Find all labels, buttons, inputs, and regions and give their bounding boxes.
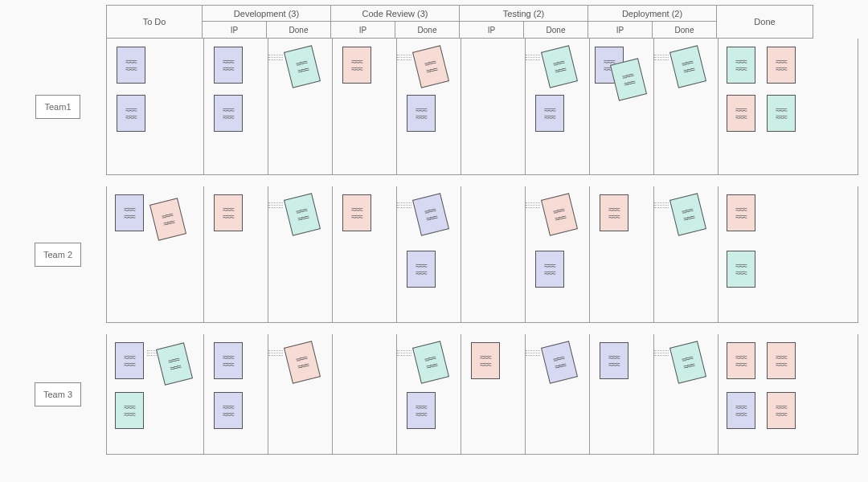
kanban-card[interactable]: ≈≈≈ ≈≈≈ <box>412 193 449 235</box>
kanban-card[interactable]: ≈≈≈ ≈≈≈ <box>342 194 371 231</box>
cell-team3-dev-ip: ≈≈≈ ≈≈≈≈≈≈ ≈≈≈ <box>203 334 268 454</box>
kanban-card[interactable]: ≈≈≈ ≈≈≈ <box>214 194 243 231</box>
card-text-icon: ≈≈≈ ≈≈≈ <box>223 206 233 220</box>
card-text-icon: ≈≈≈ ≈≈≈ <box>223 58 233 72</box>
cell-team1-cr-ip: ≈≈≈ ≈≈≈ <box>332 39 396 174</box>
cell-team1-test-done: ≈≈≈ ≈≈≈≈≈≈ ≈≈≈ <box>525 39 589 174</box>
kanban-card[interactable]: ≈≈≈ ≈≈≈ <box>727 392 755 429</box>
cell-team3-todo: ≈≈≈ ≈≈≈≈≈≈ ≈≈≈≈≈≈ ≈≈≈ <box>107 334 203 454</box>
kanban-card[interactable]: ≈≈≈ ≈≈≈ <box>149 198 186 240</box>
cell-team2-dev-done: ≈≈≈ ≈≈≈ <box>268 186 332 322</box>
column-header-label: Development (3) <box>203 6 330 22</box>
column-header-dev: Development (3)IPDone <box>203 5 331 39</box>
kanban-card[interactable]: ≈≈≈ ≈≈≈ <box>214 95 243 132</box>
kanban-card[interactable]: ≈≈≈ ≈≈≈ <box>600 194 628 231</box>
cell-team2-cr-ip: ≈≈≈ ≈≈≈ <box>332 186 396 322</box>
card-text-icon: ≈≈≈ ≈≈≈ <box>124 353 134 368</box>
cell-team3-done: ≈≈≈ ≈≈≈≈≈≈ ≈≈≈≈≈≈ ≈≈≈≈≈≈ ≈≈≈ <box>718 334 814 454</box>
column-header-done: Done <box>717 5 813 39</box>
card-text-icon: ≈≈≈ ≈≈≈ <box>125 106 136 120</box>
card-text-icon: ≈≈≈ ≈≈≈ <box>424 206 437 223</box>
kanban-card[interactable]: ≈≈≈ ≈≈≈ <box>541 45 578 88</box>
card-text-icon: ≈≈≈ ≈≈≈ <box>776 106 786 120</box>
cell-team1-done: ≈≈≈ ≈≈≈≈≈≈ ≈≈≈≈≈≈ ≈≈≈≈≈≈ ≈≈≈ <box>718 39 814 174</box>
lanes: ≈≈≈ ≈≈≈≈≈≈ ≈≈≈≈≈≈ ≈≈≈≈≈≈ ≈≈≈≈≈≈ ≈≈≈≈≈≈ ≈… <box>106 39 858 466</box>
cell-team1-dev-ip: ≈≈≈ ≈≈≈≈≈≈ ≈≈≈ <box>203 39 268 174</box>
kanban-card[interactable]: ≈≈≈ ≈≈≈ <box>767 392 796 429</box>
column-header-test: Testing (2)IPDone <box>460 5 588 39</box>
card-text-icon: ≈≈≈ ≈≈≈ <box>223 353 233 368</box>
card-text-icon: ≈≈≈ ≈≈≈ <box>735 262 746 276</box>
motion-trail <box>397 53 411 64</box>
kanban-card[interactable]: ≈≈≈ ≈≈≈ <box>727 194 755 231</box>
kanban-card[interactable]: ≈≈≈ ≈≈≈ <box>727 342 755 379</box>
motion-trail <box>526 349 540 360</box>
kanban-card[interactable]: ≈≈≈ ≈≈≈ <box>284 193 321 235</box>
kanban-card[interactable]: ≈≈≈ ≈≈≈ <box>214 392 243 429</box>
card-text-icon: ≈≈≈ ≈≈≈ <box>167 356 181 373</box>
kanban-card[interactable]: ≈≈≈ ≈≈≈ <box>407 251 436 288</box>
kanban-card[interactable]: ≈≈≈ ≈≈≈ <box>117 95 145 132</box>
card-text-icon: ≈≈≈ ≈≈≈ <box>124 206 134 220</box>
kanban-card[interactable]: ≈≈≈ ≈≈≈ <box>727 251 755 288</box>
kanban-card[interactable]: ≈≈≈ ≈≈≈ <box>214 342 243 379</box>
kanban-card[interactable]: ≈≈≈ ≈≈≈ <box>767 95 796 132</box>
kanban-card[interactable]: ≈≈≈ ≈≈≈ <box>214 47 243 84</box>
column-header-todo: To Do <box>106 5 203 39</box>
motion-trail <box>268 53 283 64</box>
kanban-card[interactable]: ≈≈≈ ≈≈≈ <box>669 341 706 383</box>
kanban-card[interactable]: ≈≈≈ ≈≈≈ <box>767 47 796 84</box>
kanban-card[interactable]: ≈≈≈ ≈≈≈ <box>541 193 578 235</box>
kanban-card[interactable]: ≈≈≈ ≈≈≈ <box>412 341 449 383</box>
column-header-label: Testing (2) <box>460 6 588 22</box>
kanban-card[interactable]: ≈≈≈ ≈≈≈ <box>767 342 796 379</box>
kanban-card[interactable]: ≈≈≈ ≈≈≈ <box>115 392 144 429</box>
kanban-card[interactable]: ≈≈≈ ≈≈≈ <box>412 45 449 88</box>
kanban-card[interactable]: ≈≈≈ ≈≈≈ <box>541 341 578 383</box>
kanban-card[interactable]: ≈≈≈ ≈≈≈ <box>407 95 436 132</box>
kanban-card[interactable]: ≈≈≈ ≈≈≈ <box>535 251 564 288</box>
kanban-card[interactable]: ≈≈≈ ≈≈≈ <box>727 47 755 84</box>
kanban-card[interactable]: ≈≈≈ ≈≈≈ <box>284 45 321 88</box>
kanban-card[interactable]: ≈≈≈ ≈≈≈ <box>535 95 564 132</box>
card-text-icon: ≈≈≈ ≈≈≈ <box>735 58 746 72</box>
kanban-card[interactable]: ≈≈≈ ≈≈≈ <box>669 193 706 235</box>
column-header-label: Code Review (3) <box>331 6 459 22</box>
card-text-icon: ≈≈≈ ≈≈≈ <box>735 206 746 220</box>
cell-team2-dep-ip: ≈≈≈ ≈≈≈ <box>589 186 653 322</box>
card-text-icon: ≈≈≈ ≈≈≈ <box>735 353 746 368</box>
swimlane-label-team2: Team 2 <box>35 243 81 267</box>
column-headers: To DoDevelopment (3)IPDoneCode Review (3… <box>106 5 858 39</box>
card-text-icon: ≈≈≈ ≈≈≈ <box>295 354 309 371</box>
card-text-icon: ≈≈≈ ≈≈≈ <box>552 354 566 371</box>
cell-team3-test-done: ≈≈≈ ≈≈≈ <box>525 334 589 454</box>
column-header-label: Done <box>717 6 813 38</box>
subcolumn-header-done: Done <box>523 22 588 38</box>
cell-team3-cr-ip <box>332 334 396 454</box>
kanban-card[interactable]: ≈≈≈ ≈≈≈ <box>600 342 628 379</box>
card-text-icon: ≈≈≈ ≈≈≈ <box>681 206 694 223</box>
card-text-icon: ≈≈≈ ≈≈≈ <box>125 58 136 72</box>
subcolumn-header-ip: IP <box>588 22 652 38</box>
cell-team1-cr-done: ≈≈≈ ≈≈≈≈≈≈ ≈≈≈ <box>396 39 461 174</box>
card-text-icon: ≈≈≈ ≈≈≈ <box>351 58 362 72</box>
cell-team3-dev-done: ≈≈≈ ≈≈≈ <box>268 334 332 454</box>
kanban-card[interactable]: ≈≈≈ ≈≈≈ <box>115 342 144 379</box>
kanban-card[interactable]: ≈≈≈ ≈≈≈ <box>610 58 647 100</box>
kanban-card[interactable]: ≈≈≈ ≈≈≈ <box>342 47 371 84</box>
kanban-card[interactable]: ≈≈≈ ≈≈≈ <box>117 47 145 84</box>
kanban-card[interactable]: ≈≈≈ ≈≈≈ <box>669 45 706 88</box>
card-text-icon: ≈≈≈ ≈≈≈ <box>552 59 566 76</box>
kanban-card[interactable]: ≈≈≈ ≈≈≈ <box>727 95 755 132</box>
kanban-card[interactable]: ≈≈≈ ≈≈≈ <box>156 342 193 385</box>
column-header-cr: Code Review (3)IPDone <box>331 5 460 39</box>
kanban-card[interactable]: ≈≈≈ ≈≈≈ <box>407 392 436 429</box>
cell-team1-test-ip <box>461 39 525 174</box>
card-text-icon: ≈≈≈ ≈≈≈ <box>416 106 426 120</box>
cell-team2-dep-done: ≈≈≈ ≈≈≈ <box>653 186 718 322</box>
card-text-icon: ≈≈≈ ≈≈≈ <box>161 211 174 228</box>
kanban-card[interactable]: ≈≈≈ ≈≈≈ <box>284 341 321 383</box>
kanban-card[interactable]: ≈≈≈ ≈≈≈ <box>471 342 500 379</box>
kanban-card[interactable]: ≈≈≈ ≈≈≈ <box>115 194 144 231</box>
subcolumn-header-ip: IP <box>331 22 395 38</box>
